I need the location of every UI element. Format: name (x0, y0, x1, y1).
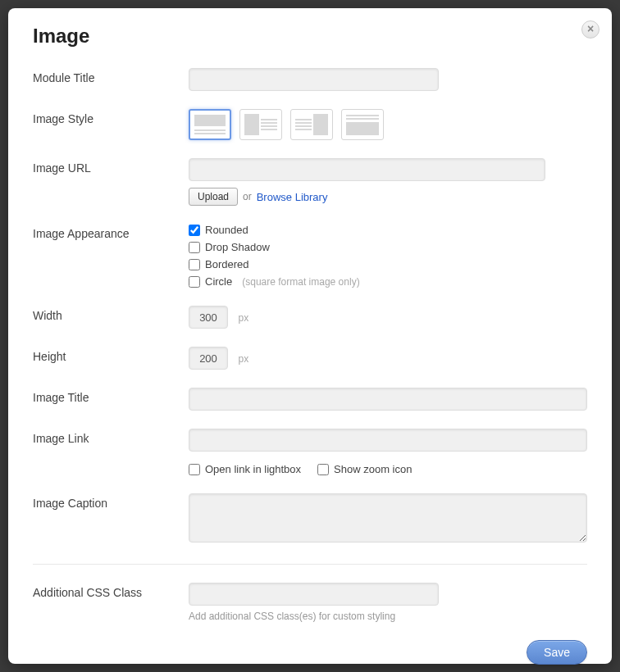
lightbox-label: Open link in lightbox (205, 463, 301, 475)
or-text: or (243, 191, 252, 202)
appearance-circle[interactable]: Circle (square format image only) (189, 275, 587, 288)
style-option-image-left[interactable] (239, 109, 282, 140)
zoom-option[interactable]: Show zoom icon (317, 463, 412, 475)
row-css-class: Additional CSS Class Add additional CSS … (33, 583, 587, 622)
label-caption: Image Caption (33, 493, 189, 510)
checkbox-lightbox[interactable] (189, 464, 200, 475)
appearance-dropshadow-label: Drop Shadow (205, 241, 270, 253)
label-image-style: Image Style (33, 109, 189, 125)
appearance-bordered[interactable]: Bordered (189, 258, 587, 270)
label-link-options (33, 463, 189, 466)
image-title-input[interactable] (189, 388, 587, 411)
lightbox-option[interactable]: Open link in lightbox (189, 463, 301, 475)
image-modal: × Image Module Title Image Style (8, 8, 612, 664)
modal-title: Image (33, 25, 587, 48)
appearance-dropshadow[interactable]: Drop Shadow (189, 241, 587, 253)
checkbox-rounded[interactable] (189, 225, 200, 236)
appearance-rounded-label: Rounded (205, 224, 248, 236)
row-image-url: Image URL Upload or Browse Library (33, 158, 587, 206)
upload-button[interactable]: Upload (189, 188, 238, 206)
checkbox-dropshadow[interactable] (189, 242, 200, 253)
save-button[interactable]: Save (527, 640, 587, 665)
checkbox-bordered[interactable] (189, 259, 200, 270)
checkbox-circle[interactable] (189, 276, 200, 288)
row-width: Width px (33, 306, 587, 329)
label-css-class: Additional CSS Class (33, 583, 189, 599)
upload-row: Upload or Browse Library (189, 188, 587, 206)
height-input[interactable] (189, 347, 228, 370)
label-width: Width (33, 306, 189, 322)
row-link-options: Open link in lightbox Show zoom icon (33, 463, 587, 475)
label-appearance: Image Appearance (33, 224, 189, 240)
appearance-circle-hint: (square format image only) (242, 276, 359, 288)
modal-footer: Save (33, 640, 587, 665)
label-image-url: Image URL (33, 158, 189, 175)
row-image-link: Image Link (33, 429, 587, 452)
css-class-help: Add additional CSS class(es) for custom … (189, 611, 587, 622)
row-image-style: Image Style (33, 109, 587, 140)
style-option-image-right[interactable] (290, 109, 333, 140)
label-module-title: Module Title (33, 68, 189, 84)
image-link-input[interactable] (189, 429, 587, 452)
zoom-label: Show zoom icon (334, 463, 412, 475)
row-caption: Image Caption (33, 493, 587, 546)
row-appearance: Image Appearance Rounded Drop Shadow Bor… (33, 224, 587, 288)
section-divider (33, 564, 587, 565)
appearance-bordered-label: Bordered (205, 258, 248, 270)
width-unit: px (238, 312, 248, 324)
appearance-rounded[interactable]: Rounded (189, 224, 587, 236)
row-image-title: Image Title (33, 388, 587, 411)
row-height: Height px (33, 347, 587, 370)
image-url-input[interactable] (189, 158, 545, 181)
appearance-list: Rounded Drop Shadow Bordered Circle (squ… (189, 224, 587, 288)
width-input[interactable] (189, 306, 228, 329)
caption-textarea[interactable] (189, 493, 587, 543)
browse-library-link[interactable]: Browse Library (257, 191, 328, 203)
style-option-image-top[interactable] (189, 109, 231, 140)
height-unit: px (238, 353, 248, 365)
image-style-options (189, 109, 587, 140)
label-image-link: Image Link (33, 429, 189, 445)
close-button[interactable]: × (581, 20, 599, 39)
label-image-title: Image Title (33, 388, 189, 404)
appearance-circle-label: Circle (205, 275, 232, 288)
css-class-input[interactable] (189, 583, 439, 606)
label-height: Height (33, 347, 189, 363)
row-module-title: Module Title (33, 68, 587, 91)
checkbox-zoom[interactable] (317, 464, 329, 475)
module-title-input[interactable] (189, 68, 439, 91)
style-option-image-bottom[interactable] (341, 109, 384, 140)
